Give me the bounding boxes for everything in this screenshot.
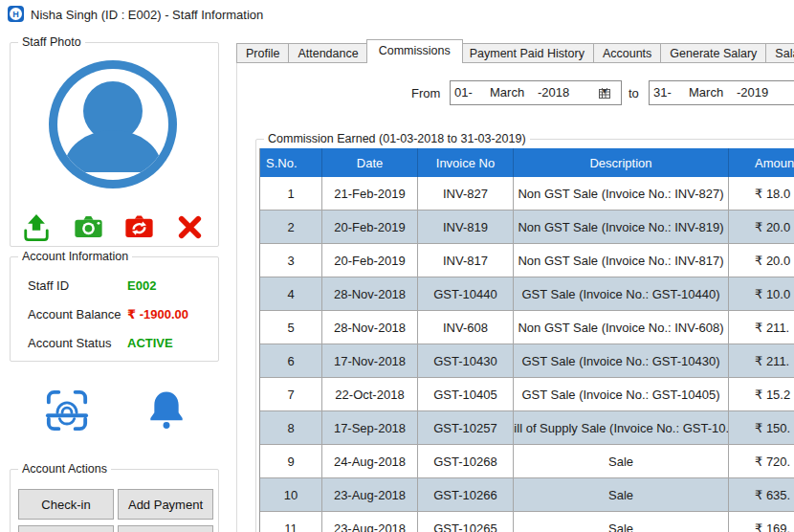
table-cell: GST-10268: [418, 445, 514, 477]
table-cell: Non GST Sale (Invoice No.: INV-608): [514, 311, 729, 344]
delete-x-icon: [176, 213, 204, 241]
table-cell: GST-10266: [418, 478, 514, 511]
tab-generate-salary[interactable]: Generate Salary: [661, 43, 766, 63]
table-cell: Sale: [514, 512, 729, 532]
delete-photo-button[interactable]: [176, 213, 205, 242]
table-cell: 7: [260, 378, 322, 410]
table-cell: GST Sale (Invoice No.: GST-10440): [514, 277, 729, 310]
account-action-button-partial[interactable]: [18, 525, 114, 532]
bell-icon: [144, 388, 188, 432]
table-cell: 1: [260, 177, 322, 210]
table-cell: GST-10405: [418, 378, 514, 410]
column-header-amount[interactable]: Amount: [729, 148, 794, 177]
to-label: to: [629, 86, 639, 100]
tab-salary-history[interactable]: Salary History: [766, 43, 794, 63]
from-date-calendar-button[interactable]: ▼: [590, 83, 619, 102]
add-payment-button[interactable]: Add Payment: [118, 489, 213, 520]
staff-information-window: H Nisha Singh (ID : E002) - Staff Inform…: [0, 0, 794, 532]
table-cell: INV-827: [418, 177, 514, 210]
table-cell: 3: [260, 244, 322, 277]
account-field-label: Staff ID: [28, 278, 127, 293]
column-header-description[interactable]: Description: [514, 148, 729, 177]
table-row[interactable]: 121-Feb-2019INV-827Non GST Sale (Invoice…: [260, 177, 794, 211]
table-cell: 9: [260, 445, 322, 477]
notification-bell-button[interactable]: [143, 388, 189, 434]
tab-attendance[interactable]: Attendance: [289, 43, 367, 63]
account-field-label: Account Status: [28, 336, 127, 350]
capture-photo-button[interactable]: [74, 213, 102, 242]
table-row[interactable]: 924-Aug-2018GST-10268Sale₹ 720.: [260, 445, 794, 478]
upload-photo-button[interactable]: [22, 213, 51, 242]
retake-photo-button[interactable]: [124, 213, 153, 242]
account-field-staff-id: Staff IDE002: [28, 278, 210, 293]
tab-commissions[interactable]: Commissions: [366, 39, 463, 63]
account-information-groupbox: Account Information Staff IDE002Account …: [10, 256, 219, 362]
table-cell: ₹ 211.: [729, 311, 794, 344]
table-row[interactable]: 428-Nov-2018GST-10440GST Sale (Invoice N…: [260, 277, 794, 311]
account-field-label: Account Balance: [28, 307, 127, 321]
account-information-label: Account Information: [18, 250, 132, 263]
account-action-button-partial[interactable]: [118, 525, 213, 532]
to-date-picker[interactable]: 31- March -2019: [649, 80, 794, 105]
to-date-month: March: [689, 85, 723, 100]
table-cell: GST Sale (Invoice No.: GST-10430): [514, 344, 729, 377]
fingerprint-icon: [45, 388, 89, 432]
account-field-value: ₹ -1900.00: [127, 307, 188, 321]
account-field-value: ACTIVE: [127, 336, 173, 350]
from-date-year: -2018: [538, 85, 569, 100]
table-cell: 11: [260, 512, 322, 532]
table-cell: 5: [260, 311, 322, 344]
table-cell: ₹ 169.: [729, 512, 794, 532]
table-cell: 2: [260, 211, 322, 243]
table-cell: 23-Aug-2018: [322, 478, 418, 511]
table-row[interactable]: 1123-Aug-2018GST-10265Sale₹ 169.: [260, 512, 794, 532]
from-date-month: March: [490, 85, 524, 100]
column-header-s-no[interactable]: S.No.: [260, 148, 322, 177]
column-header-invoice-no[interactable]: Invoice No: [418, 148, 514, 177]
staff-photo-label: Staff Photo: [18, 35, 85, 49]
table-row[interactable]: 817-Sep-2018GST-10257Bill of Supply Sale…: [260, 411, 794, 445]
table-cell: Bill of Supply Sale (Invoice No.: GST-10…: [514, 411, 729, 444]
table-row[interactable]: 528-Nov-2018INV-608Non GST Sale (Invoice…: [260, 311, 794, 344]
table-cell: 22-Oct-2018: [322, 378, 418, 410]
tab-accounts[interactable]: Accounts: [594, 43, 661, 63]
table-cell: 6: [260, 344, 322, 377]
table-cell: 24-Aug-2018: [322, 445, 418, 477]
table-row[interactable]: 220-Feb-2019INV-819Non GST Sale (Invoice…: [260, 211, 794, 244]
fingerprint-button[interactable]: [44, 388, 90, 434]
table-cell: 4: [260, 277, 322, 310]
from-date-picker[interactable]: 01- March -2018 ▼: [450, 80, 622, 105]
table-cell: Sale: [514, 478, 729, 511]
table-cell: GST-10257: [418, 411, 514, 444]
account-field-value: E002: [127, 278, 156, 293]
dropdown-arrow-icon: ▼: [601, 87, 608, 96]
table-cell: 20-Feb-2019: [322, 211, 418, 243]
table-cell: 8: [260, 411, 322, 444]
table-cell: 28-Nov-2018: [322, 277, 418, 310]
tab-strip: ProfileAttendanceCommissionsPayment Paid…: [236, 39, 794, 63]
switch-camera-icon: [124, 213, 154, 240]
tab-profile[interactable]: Profile: [236, 43, 289, 63]
table-row[interactable]: 617-Nov-2018GST-10430GST Sale (Invoice N…: [260, 344, 794, 378]
commission-table: S.No.DateInvoice NoDescriptionAmount 121…: [259, 148, 794, 532]
account-actions-label: Account Actions: [18, 462, 111, 476]
table-cell: ₹ 10.0: [729, 277, 794, 310]
table-cell: 10: [260, 478, 322, 511]
table-cell: 23-Aug-2018: [322, 512, 418, 532]
table-cell: ₹ 720.: [729, 445, 794, 477]
table-cell: ₹ 15.2: [729, 378, 794, 410]
table-cell: Non GST Sale (Invoice No.: INV-817): [514, 244, 729, 277]
table-cell: GST-10430: [418, 344, 514, 377]
commission-table-header: S.No.DateInvoice NoDescriptionAmount: [260, 148, 794, 177]
table-row[interactable]: 320-Feb-2019INV-817Non GST Sale (Invoice…: [260, 244, 794, 277]
column-header-date[interactable]: Date: [322, 148, 418, 177]
table-cell: ₹ 150.: [729, 411, 794, 444]
table-row[interactable]: 1023-Aug-2018GST-10266Sale₹ 635.: [260, 478, 794, 512]
check-in-button[interactable]: Check-in: [18, 489, 114, 520]
window-title: Nisha Singh (ID : E002) - Staff Informat…: [31, 8, 263, 22]
table-cell: ₹ 20.0: [729, 211, 794, 243]
tab-payment-paid-history[interactable]: Payment Paid History: [461, 43, 594, 63]
table-cell: ₹ 211.: [729, 344, 794, 377]
table-cell: 17-Sep-2018: [322, 411, 418, 444]
table-row[interactable]: 722-Oct-2018GST-10405GST Sale (Invoice N…: [260, 378, 794, 411]
